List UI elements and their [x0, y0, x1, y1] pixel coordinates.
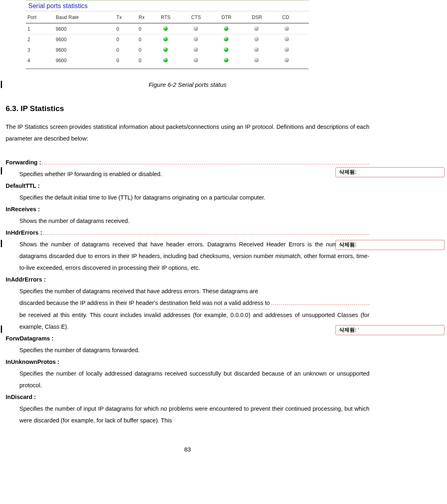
table-header-row: Port Baud Rate Tx Rx RTS CTS DTR DSR CD [26, 11, 309, 23]
change-bar [1, 326, 2, 333]
led-on-icon [224, 47, 228, 52]
definition-term: InReceives : [6, 204, 369, 215]
cell-tx: 0 [115, 55, 137, 66]
definition-desc: Specifies the number of input IP datagra… [19, 403, 369, 426]
definition-term: Forwarding : [6, 157, 369, 168]
cell-rts [159, 23, 190, 35]
term-text: Forwarding : [6, 157, 41, 168]
panel-title: Serial ports statistics [26, 1, 309, 11]
term-text: DefaultTTL : [6, 183, 40, 189]
cell-baud: 9600 [54, 55, 115, 66]
cell-rx: 0 [137, 55, 159, 66]
term-text: ForwDatagrams : [6, 335, 53, 342]
cell-port: 1 [26, 23, 54, 35]
definition-term: InDiscard : [6, 391, 369, 403]
revised-text: r's destination field was not a valid ad… [152, 297, 270, 309]
led-on-icon [224, 37, 228, 41]
cell-rts [159, 55, 190, 66]
definition-desc: Specifies the number of datagrams forwar… [19, 344, 369, 356]
led-on-icon [163, 47, 168, 52]
led-on-icon [224, 58, 228, 62]
term-text: InAddrErrors : [6, 276, 46, 283]
cell-rx: 0 [137, 34, 159, 45]
led-off-icon [194, 47, 198, 52]
cell-dsr [250, 45, 280, 55]
table-row: 3960000 [26, 45, 309, 55]
col-tx: Tx [115, 11, 137, 23]
cell-dtr [220, 45, 250, 55]
cell-baud: 9600 [54, 23, 115, 35]
definition-term: InAddrErrors : [6, 274, 369, 286]
led-off-icon [285, 58, 289, 62]
term-text: InUnknownProtos : [6, 359, 59, 365]
definition-term: DefaultTTL : [6, 180, 369, 192]
cell-cts [190, 45, 220, 55]
comment-label: 삭제됨: [339, 327, 356, 333]
cell-baud: 9600 [54, 34, 115, 45]
cell-dtr [220, 34, 250, 45]
term-text: InDiscard : [6, 394, 36, 400]
table-row: 1960000 [26, 23, 309, 35]
change-bar [1, 81, 2, 88]
cell-rx: 0 [137, 23, 159, 35]
led-on-icon [163, 26, 168, 31]
intro-paragraph: The IP Statistics screen provides statis… [6, 121, 369, 145]
cell-cts [190, 34, 220, 45]
col-cd: CD [280, 11, 309, 23]
desc-text: discarded because the IP address in thei… [19, 297, 152, 309]
led-off-icon [194, 58, 198, 62]
comment-box: 삭제됨: [335, 240, 445, 250]
led-off-icon [254, 37, 259, 41]
col-baud: Baud Rate [54, 11, 115, 23]
led-off-icon [254, 26, 259, 31]
col-port: Port [26, 11, 54, 23]
led-off-icon [285, 37, 289, 41]
definition-desc: Specifies the default initial time to li… [19, 192, 369, 204]
term-text: InReceives : [6, 206, 40, 212]
led-on-icon [224, 26, 228, 31]
serial-ports-panel: Serial ports statistics Port Baud Rate T… [26, 0, 309, 69]
cell-dtr [220, 23, 250, 35]
cell-dtr [220, 55, 250, 66]
leader-line-icon [271, 302, 369, 305]
change-bar [1, 167, 2, 174]
term-text: InHdrErrors : [6, 227, 42, 239]
led-off-icon [254, 58, 259, 62]
col-cts: CTS [190, 11, 220, 23]
cell-rx: 0 [137, 45, 159, 55]
cell-baud: 9600 [54, 45, 115, 55]
led-off-icon [194, 26, 198, 31]
definition-desc: Shows the number of datagrams received. [19, 215, 369, 227]
definition-term: InHdrErrors : [6, 227, 369, 239]
led-off-icon [285, 47, 289, 52]
definition-desc: Shows the number of datagrams received t… [19, 239, 369, 274]
cell-tx: 0 [115, 34, 137, 45]
table-row: 4960000 [26, 55, 309, 66]
col-rx: Rx [137, 11, 159, 23]
led-off-icon [194, 37, 198, 41]
cell-port: 3 [26, 45, 54, 55]
cell-cd [280, 55, 309, 66]
section-heading: 6.3. IP Statistics [6, 104, 369, 113]
cell-dsr [250, 34, 280, 45]
table-row: 2960000 [26, 34, 309, 45]
definition-desc: Specifies whether IP forwarding is enabl… [19, 168, 369, 180]
col-rts: RTS [159, 11, 190, 23]
led-on-icon [163, 37, 168, 41]
panel-divider [26, 68, 309, 69]
comment-label: 삭제됨: [339, 169, 356, 175]
cell-cd [280, 23, 309, 35]
comment-box: 삭제됨: [335, 167, 445, 177]
leader-line-icon [43, 231, 369, 235]
cell-cd [280, 34, 309, 45]
desc-text: be received at this entity. This count i… [19, 309, 369, 333]
definition-desc: Specifies the number of locally addresse… [19, 368, 369, 391]
cell-rts [159, 34, 190, 45]
figure-caption: Figure 6-2 Serial ports status [6, 81, 369, 88]
cell-cts [190, 23, 220, 35]
definition-term: InUnknownProtos : [6, 356, 369, 368]
cell-port: 4 [26, 55, 54, 66]
definition-desc: Specifies the number of datagrams receiv… [19, 286, 369, 333]
led-on-icon [163, 58, 168, 62]
definitions-list: Forwarding :Specifies whether IP forward… [6, 157, 369, 426]
